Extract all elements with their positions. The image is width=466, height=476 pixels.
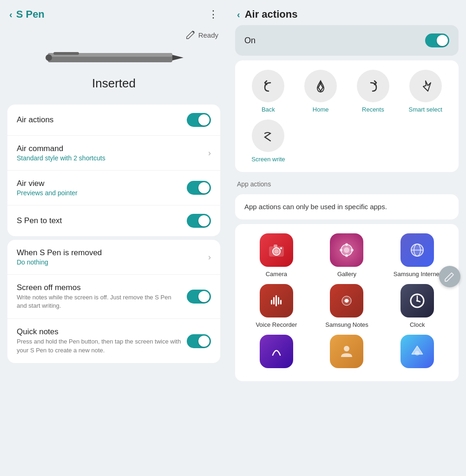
quick-notes-item[interactable]: Quick notes Press and hold the Pen butto… <box>7 319 220 363</box>
air-actions-title: Air actions <box>245 8 298 20</box>
app8-svg <box>337 342 356 361</box>
samsung-notes-svg <box>337 291 356 310</box>
app7-svg <box>267 342 286 361</box>
settings-card-2: When S Pen is removed Do nothing › Scree… <box>7 240 220 363</box>
svg-point-16 <box>351 249 354 251</box>
samsung-internet-svg <box>408 241 427 259</box>
s-pen-to-text-title: S Pen to text <box>17 216 182 225</box>
svg-point-8 <box>274 249 279 254</box>
apps-grid: Camera Gallery <box>244 233 449 372</box>
gesture-grid-bottom: Screen write <box>244 119 449 163</box>
samsung-internet-icon <box>400 233 434 267</box>
screen-off-memos-item[interactable]: Screen off memos Write notes while the s… <box>7 275 220 319</box>
air-actions-on-toggle[interactable] <box>425 33 449 47</box>
air-view-item[interactable]: Air view Previews and pointer <box>7 171 220 205</box>
air-actions-toggle[interactable] <box>187 113 211 127</box>
on-label: On <box>244 36 256 46</box>
back-button[interactable]: ‹ <box>9 9 13 20</box>
app9-svg <box>408 342 427 361</box>
gesture-back[interactable]: Back <box>244 70 292 113</box>
air-command-title: Air command <box>17 144 203 153</box>
gesture-screen-write[interactable]: Screen write <box>244 119 292 163</box>
right-panel: ‹ Air actions On Back <box>228 0 466 476</box>
svg-point-13 <box>345 243 348 246</box>
svg-point-0 <box>192 31 194 33</box>
app-samsung-notes[interactable]: Samsung Notes <box>315 284 379 328</box>
right-header: ‹ Air actions <box>228 0 466 25</box>
right-content: On Back <box>228 25 466 476</box>
samsung-notes-label: Samsung Notes <box>325 321 368 328</box>
air-command-subtitle: Standard style with 2 shortcuts <box>17 154 203 162</box>
back-gesture-icon <box>260 78 276 94</box>
svg-point-10 <box>280 247 282 249</box>
back-gesture-circle <box>252 70 284 102</box>
svg-rect-20 <box>271 300 272 304</box>
left-panel: ‹ S Pen ⋮ Ready Ins <box>0 0 228 476</box>
edit-fab-button[interactable] <box>439 266 460 287</box>
smart-select-gesture-label: Smart select <box>409 106 442 113</box>
gesture-home[interactable]: Home <box>297 70 345 113</box>
header-left: ‹ S Pen <box>9 8 45 20</box>
quick-notes-desc: Press and hold the Pen button, then tap … <box>17 337 182 354</box>
voice-recorder-svg <box>267 291 286 310</box>
app-clock[interactable]: Clock <box>385 284 449 328</box>
app8-icon <box>330 335 363 368</box>
svg-point-5 <box>46 54 52 61</box>
app-voice-recorder[interactable]: Voice Recorder <box>244 284 308 328</box>
pen-image-area <box>44 47 184 68</box>
gesture-card: Back Home <box>235 60 459 172</box>
camera-svg <box>267 241 286 259</box>
quick-notes-title: Quick notes <box>17 327 182 337</box>
air-actions-back-button[interactable]: ‹ <box>237 9 240 20</box>
air-actions-item[interactable]: Air actions <box>7 105 220 136</box>
clock-svg <box>408 291 427 310</box>
screen-write-gesture-icon <box>260 128 276 144</box>
gesture-grid-top: Back Home <box>244 70 449 113</box>
gallery-label: Gallery <box>337 271 356 278</box>
recents-gesture-icon <box>365 78 381 94</box>
app-7[interactable] <box>244 335 308 372</box>
settings-card-1: Air actions Air command Standard style w… <box>7 105 220 236</box>
quick-notes-toggle[interactable] <box>187 334 211 348</box>
camera-icon <box>260 233 293 267</box>
on-card: On <box>235 25 459 56</box>
samsung-internet-label: Samsung Internet <box>394 271 441 278</box>
gesture-recents[interactable]: Recents <box>349 70 397 113</box>
air-command-chevron: › <box>208 148 211 158</box>
clock-label: Clock <box>410 321 425 328</box>
svg-point-14 <box>345 254 348 257</box>
air-view-toggle[interactable] <box>187 181 211 195</box>
app-camera[interactable]: Camera <box>244 233 308 278</box>
page-title: S Pen <box>16 8 45 20</box>
more-options-icon[interactable]: ⋮ <box>208 8 218 20</box>
when-removed-item[interactable]: When S Pen is removed Do nothing › <box>7 240 220 275</box>
pen-inserted-text: Inserted <box>92 76 136 91</box>
voice-recorder-label: Voice Recorder <box>256 321 297 328</box>
svg-point-31 <box>344 346 349 351</box>
s-pen-to-text-toggle[interactable] <box>187 214 211 228</box>
app-8[interactable] <box>315 335 379 372</box>
left-header: ‹ S Pen ⋮ <box>0 0 228 25</box>
svg-rect-24 <box>280 300 282 304</box>
svg-rect-9 <box>274 245 277 247</box>
s-pen-to-text-item[interactable]: S Pen to text <box>7 205 220 236</box>
gallery-icon <box>330 233 363 267</box>
svg-point-15 <box>340 249 342 251</box>
svg-rect-21 <box>273 297 275 304</box>
screen-off-memos-toggle[interactable] <box>187 290 211 304</box>
app-9[interactable] <box>385 335 449 372</box>
voice-recorder-icon <box>260 284 293 317</box>
app-actions-info-card: App actions can only be used in specific… <box>235 194 459 219</box>
svg-point-30 <box>416 300 418 302</box>
air-command-item[interactable]: Air command Standard style with 2 shortc… <box>7 136 220 171</box>
camera-label: Camera <box>266 271 287 278</box>
pen-status-area: Ready Inserted <box>0 25 228 100</box>
home-gesture-circle <box>304 70 337 102</box>
gesture-smart-select[interactable]: Smart select <box>401 70 449 113</box>
svg-marker-4 <box>172 55 184 60</box>
svg-point-33 <box>415 351 420 356</box>
app7-icon <box>260 335 293 368</box>
app-samsung-internet[interactable]: Samsung Internet <box>385 233 449 278</box>
app-gallery[interactable]: Gallery <box>315 233 379 278</box>
home-gesture-label: Home <box>313 106 329 113</box>
